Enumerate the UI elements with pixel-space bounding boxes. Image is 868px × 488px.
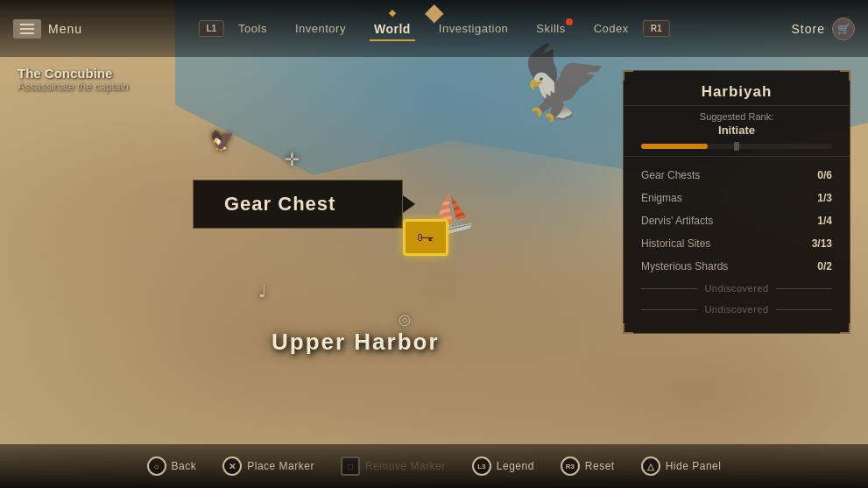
action-back[interactable]: ○ Back — [147, 456, 197, 476]
skills-notification-dot — [566, 18, 573, 25]
chest-icon-outer: 🗝 — [403, 219, 448, 256]
marker-crosshair[interactable]: ✛ — [285, 149, 300, 170]
panel-corner-br — [840, 323, 850, 334]
panel-title: Harbiyah — [624, 71, 850, 106]
quest-title: The Concubine — [18, 66, 129, 81]
place-marker-icon: ✕ — [222, 456, 242, 476]
tab-codex[interactable]: Codex — [580, 15, 643, 42]
stat-row-enigmas: Enigmas 1/3 — [624, 187, 850, 209]
panel-rank-value: Initiate — [624, 124, 850, 144]
rank-bar-tick — [734, 142, 739, 151]
marker-viewpoint[interactable]: ◎ — [399, 311, 411, 328]
stat-label-gear-chests: Gear Chests — [641, 169, 700, 181]
menu-icon — [13, 19, 41, 39]
undiscovered-text-1: Undiscovered — [704, 283, 768, 294]
tab-skills[interactable]: Skills — [522, 15, 579, 42]
stat-value-historical: 3/13 — [812, 237, 832, 250]
tab-tools[interactable]: Tools — [224, 15, 281, 42]
remove-marker-icon: □ — [341, 456, 360, 476]
tab-inventory[interactable]: Inventory — [281, 15, 360, 42]
stat-label-enigmas: Enigmas — [641, 192, 682, 204]
tooltip-arrow — [403, 195, 415, 213]
stat-row-shards: Mysterious Shards 0/2 — [624, 255, 850, 278]
stat-row-historical: Historical Sites 3/13 — [624, 232, 850, 255]
quest-subtitle: Assassinate the captain — [18, 81, 129, 93]
action-hide-panel[interactable]: △ Hide Panel — [641, 456, 722, 476]
panel-divider — [624, 156, 850, 157]
action-legend[interactable]: L3 Legend — [472, 456, 534, 476]
legend-label: Legend — [497, 460, 534, 472]
undiscovered-line-left — [641, 288, 697, 289]
stat-value-enigmas: 1/3 — [817, 192, 832, 204]
gear-chest-tooltip: Gear Chest — [193, 180, 403, 229]
stat-label-historical: Historical Sites — [641, 237, 710, 250]
chest-marker[interactable]: 🗝 — [403, 219, 448, 256]
upper-harbor-label: Upper Harbor — [272, 329, 440, 356]
store-label[interactable]: Store — [792, 22, 825, 36]
top-navigation: ◆ Menu L1 Tools Inventory World Investig… — [0, 0, 868, 57]
stat-value-dervis: 1/4 — [817, 215, 832, 227]
undiscovered-line-right-2 — [776, 309, 832, 310]
nav-items: Tools Inventory World Investigation Skil… — [224, 15, 643, 43]
remove-marker-label: Remove Marker — [365, 460, 446, 472]
rank-progress-bar — [641, 144, 832, 149]
store-icon[interactable]: 🛒 — [832, 18, 855, 40]
svg-rect-0 — [20, 24, 34, 25]
stat-value-shards: 0/2 — [817, 260, 832, 272]
right-panel: Harbiyah Suggested Rank: Initiate Gear C… — [623, 70, 850, 334]
hide-panel-icon: △ — [641, 456, 660, 476]
chest-icon-inner: 🗝 — [417, 228, 434, 248]
harbor-text: Upper Harbor — [272, 329, 440, 355]
quest-info: The Concubine Assassinate the captain — [18, 66, 129, 93]
nav-left-section: Menu — [13, 19, 82, 39]
undiscovered-row-1: Undiscovered — [624, 278, 850, 299]
tooltip-label: Gear Chest — [224, 193, 335, 215]
panel-corner-tr — [840, 70, 850, 81]
stat-label-shards: Mysterious Shards — [641, 260, 728, 272]
back-button-label: Back — [172, 460, 197, 472]
undiscovered-line-right — [776, 288, 832, 289]
legend-icon: L3 — [472, 456, 491, 476]
stat-label-dervis: Dervis' Artifacts — [641, 215, 713, 227]
panel-corner-tl — [623, 70, 633, 81]
bottom-action-bar: ○ Back ✕ Place Marker □ Remove Marker L3… — [0, 444, 868, 488]
rank-bar-fill — [641, 144, 708, 149]
l1-badge[interactable]: L1 — [198, 20, 224, 37]
r1-badge[interactable]: R1 — [643, 20, 670, 37]
svg-rect-2 — [20, 32, 34, 34]
marker-music[interactable]: ♩ — [258, 280, 266, 301]
action-reset[interactable]: R3 Reset — [561, 456, 615, 476]
reset-icon: R3 — [561, 456, 580, 476]
panel-corner-bl — [623, 323, 633, 334]
action-remove-marker[interactable]: □ Remove Marker — [341, 456, 446, 476]
tooltip-box: Gear Chest — [193, 180, 403, 229]
stat-row-gear-chests: Gear Chests 0/6 — [624, 164, 850, 187]
undiscovered-text-2: Undiscovered — [704, 304, 768, 315]
reset-label: Reset — [585, 460, 615, 472]
tab-investigation[interactable]: Investigation — [425, 15, 523, 42]
marker-eagle[interactable]: 🦅 — [210, 130, 234, 152]
hide-panel-label: Hide Panel — [666, 460, 722, 472]
tab-world[interactable]: World — [360, 15, 425, 43]
nav-center-section: L1 Tools Inventory World Investigation S… — [198, 15, 669, 43]
menu-label[interactable]: Menu — [48, 22, 82, 36]
undiscovered-line-left-2 — [641, 309, 697, 310]
action-place-marker[interactable]: ✕ Place Marker — [222, 456, 314, 476]
stat-row-dervis: Dervis' Artifacts 1/4 — [624, 209, 850, 232]
nav-right-section: Store 🛒 — [792, 18, 855, 40]
back-button-icon: ○ — [147, 456, 166, 476]
stat-value-gear-chests: 0/6 — [817, 169, 832, 181]
panel-rank-label: Suggested Rank: — [624, 106, 850, 124]
place-marker-label: Place Marker — [247, 460, 314, 472]
svg-rect-1 — [20, 28, 34, 30]
undiscovered-row-2: Undiscovered — [624, 299, 850, 320]
